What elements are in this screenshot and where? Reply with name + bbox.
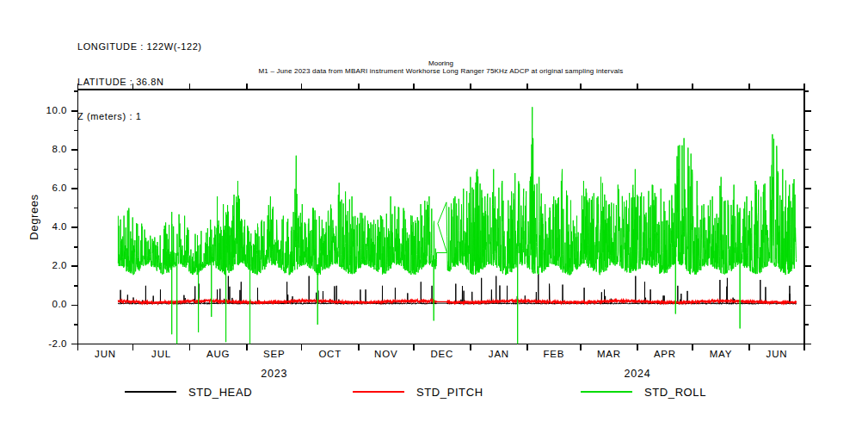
plot-page: LONGITUDE : 122W(-122) LATITUDE : 36.8N … [0, 0, 868, 434]
x-month-label-may-11: MAY [695, 349, 747, 359]
x-month-label-mar-9: MAR [583, 349, 635, 359]
x-month-label-jan-7: JAN [473, 349, 525, 359]
x-month-label-feb-8: FEB [528, 349, 580, 359]
y-tick-label-0.0: 0.0 [28, 299, 67, 309]
legend-label-std-head: STD_HEAD [188, 386, 252, 399]
axes [71, 84, 812, 350]
legend-item-std-head: STD_HEAD [125, 384, 252, 400]
y-tick-label-10.0: 10.0 [28, 105, 67, 115]
x-month-label-sep-3: SEP [249, 349, 300, 359]
plot-canvas [0, 0, 868, 434]
y-tick-label-8.0: 8.0 [28, 144, 67, 154]
y-tick-label-4.0: 4.0 [28, 221, 67, 232]
x-month-label-oct-4: OCT [305, 349, 356, 359]
legend-swatch-std-pitch [353, 391, 404, 393]
legend-item-std-pitch: STD_PITCH [353, 384, 483, 400]
x-month-label-aug-2: AUG [193, 349, 244, 359]
y-tick-label--2.0: -2.0 [28, 338, 67, 349]
x-month-label-jun-12: JUN [751, 349, 803, 359]
legend-label-std-roll: STD_ROLL [644, 386, 706, 399]
legend-label-std-pitch: STD_PITCH [416, 386, 483, 399]
y-tick-label-2.0: 2.0 [28, 260, 67, 270]
legend-item-std-roll: STD_ROLL [581, 384, 706, 400]
series-std_roll [118, 107, 796, 344]
y-tick-label-6.0: 6.0 [28, 183, 67, 193]
x-axis-year-label-2024: 2024 [612, 368, 663, 380]
x-axis-year-label-2023: 2023 [249, 368, 300, 380]
x-month-label-apr-10: APR [639, 349, 691, 359]
x-month-label-dec-6: DEC [416, 349, 468, 359]
series-std_head [118, 274, 796, 304]
x-month-label-jun-0: JUN [79, 349, 131, 359]
legend-swatch-std-roll [581, 391, 632, 393]
x-month-label-jul-1: JUL [136, 349, 188, 359]
legend-swatch-std-head [125, 391, 176, 393]
x-month-label-nov-5: NOV [360, 349, 412, 359]
